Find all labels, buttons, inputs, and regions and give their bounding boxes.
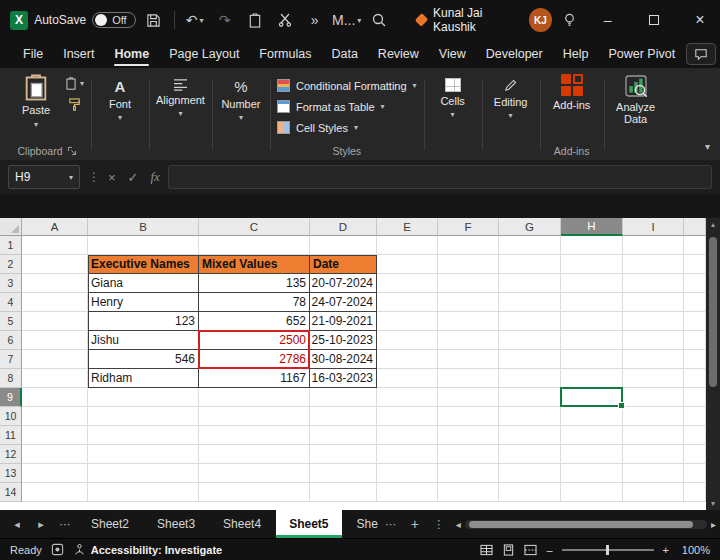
zoom-slider-handle[interactable] <box>606 545 609 555</box>
cell-B9[interactable] <box>88 388 199 407</box>
confirm-entry-button[interactable]: ✓ <box>128 170 139 185</box>
number-menu-button[interactable]: % Number ▾ <box>219 71 263 122</box>
cell-A3[interactable] <box>22 274 88 293</box>
vertical-scrollbar-thumb[interactable] <box>709 237 717 387</box>
cell-C12[interactable] <box>199 445 310 464</box>
name-box[interactable]: H9 ▾ <box>8 165 80 189</box>
cell-B11[interactable] <box>88 426 199 445</box>
row-header-11[interactable]: 11 <box>0 426 22 445</box>
cell-E8[interactable] <box>377 369 438 388</box>
cell-A4[interactable] <box>22 293 88 312</box>
autosave-control[interactable]: AutoSave Off <box>34 12 136 28</box>
cell-G8[interactable] <box>499 369 561 388</box>
whats-new-button[interactable] <box>558 7 582 33</box>
cell-G13[interactable] <box>499 464 561 483</box>
cell-F13[interactable] <box>438 464 499 483</box>
format-painter-button[interactable] <box>68 98 81 111</box>
insert-function-button[interactable]: fx <box>151 169 160 185</box>
cell-F1[interactable] <box>438 236 499 255</box>
cell-E5[interactable] <box>377 312 438 331</box>
cell-B4[interactable]: Henry <box>88 293 199 312</box>
cell-C13[interactable] <box>199 464 310 483</box>
cell-F14[interactable] <box>438 483 499 502</box>
cell-G7[interactable] <box>499 350 561 369</box>
scroll-up-icon[interactable]: ▴ <box>711 220 715 229</box>
cell-B10[interactable] <box>88 407 199 426</box>
cell-D7[interactable]: 30-08-2024 <box>310 350 377 369</box>
cell-E2[interactable] <box>377 255 438 274</box>
vertical-scrollbar[interactable]: ▴ ▾ <box>706 218 720 510</box>
cell-B6[interactable]: Jishu <box>88 331 199 350</box>
workbook-name-menu[interactable]: M... ▾ <box>333 7 361 33</box>
cell-F7[interactable] <box>438 350 499 369</box>
page-break-view-icon[interactable] <box>524 544 537 556</box>
cut-quick-button[interactable] <box>273 7 297 33</box>
row-header-1[interactable]: 1 <box>0 236 22 255</box>
cell-G1[interactable] <box>499 236 561 255</box>
tab-file[interactable]: File <box>14 42 52 66</box>
cell-H7[interactable] <box>561 350 623 369</box>
sheet-tab-sheet3[interactable]: Sheet3 <box>144 510 208 538</box>
cell-D13[interactable] <box>310 464 377 483</box>
alignment-menu-button[interactable]: Alignment ▾ <box>156 71 205 118</box>
column-header-G[interactable]: G <box>499 218 561 236</box>
font-menu-button[interactable]: A Font ▾ <box>98 71 142 122</box>
column-header-A[interactable]: A <box>22 218 88 236</box>
cancel-entry-button[interactable]: × <box>108 170 116 185</box>
cell-D5[interactable]: 21-09-2021 <box>310 312 377 331</box>
cell-B12[interactable] <box>88 445 199 464</box>
cell-C8[interactable]: 1167 <box>199 369 310 388</box>
cell-A1[interactable] <box>22 236 88 255</box>
cell-C3[interactable]: 135 <box>199 274 310 293</box>
all-sheets-icon[interactable]: ⋯ <box>54 518 76 531</box>
cell-E4[interactable] <box>377 293 438 312</box>
cell-H14[interactable] <box>561 483 623 502</box>
column-header-D[interactable]: D <box>310 218 377 236</box>
tab-home[interactable]: Home <box>105 42 158 66</box>
horizontal-scrollbar-thumb[interactable] <box>469 521 693 528</box>
tab-insert[interactable]: Insert <box>54 42 103 66</box>
cell-H12[interactable] <box>561 445 623 464</box>
search-button[interactable] <box>367 7 391 33</box>
tab-page-layout[interactable]: Page Layout <box>160 42 248 66</box>
cell-F12[interactable] <box>438 445 499 464</box>
name-box-resizer[interactable]: ⋮ <box>88 170 100 184</box>
cell-I7[interactable] <box>623 350 684 369</box>
scroll-right-icon[interactable]: ▸ <box>711 519 716 530</box>
cell-A11[interactable] <box>22 426 88 445</box>
more-sheets-icon[interactable]: ⋯ <box>380 518 402 531</box>
undo-button[interactable]: ↶▾ <box>183 7 207 33</box>
copy-button[interactable]: ▾ <box>65 77 84 90</box>
cell-B2[interactable]: Executive Names <box>88 255 199 274</box>
cell-B3[interactable]: Giana <box>88 274 199 293</box>
cell-B8[interactable]: Ridham <box>88 369 199 388</box>
cell-C4[interactable]: 78 <box>199 293 310 312</box>
cell-G5[interactable] <box>499 312 561 331</box>
row-header-3[interactable]: 3 <box>0 274 22 293</box>
cell-G6[interactable] <box>499 331 561 350</box>
sheet-tab-sheet5[interactable]: Sheet5 <box>276 510 341 538</box>
record-macro-icon[interactable] <box>51 543 64 556</box>
sheet-options-icon[interactable]: ⋮ <box>428 518 450 531</box>
row-header-6[interactable]: 6 <box>0 331 22 350</box>
horizontal-scrollbar-track[interactable] <box>465 520 707 529</box>
cells-menu-button[interactable]: Cells ▾ <box>431 71 475 119</box>
cell-H4[interactable] <box>561 293 623 312</box>
cell-I1[interactable] <box>623 236 684 255</box>
row-header-7[interactable]: 7 <box>0 350 22 369</box>
select-all-button[interactable] <box>0 218 22 236</box>
column-header-B[interactable]: B <box>88 218 199 236</box>
cell-E1[interactable] <box>377 236 438 255</box>
autosave-toggle[interactable]: Off <box>92 12 135 28</box>
cell-A13[interactable] <box>22 464 88 483</box>
row-header-12[interactable]: 12 <box>0 445 22 464</box>
cell-E6[interactable] <box>377 331 438 350</box>
cell-styles-button[interactable]: Cell Styles ▾ <box>277 117 417 138</box>
cell-E12[interactable] <box>377 445 438 464</box>
tab-power-pivot[interactable]: Power Pivot <box>599 42 684 66</box>
scroll-down-icon[interactable]: ▾ <box>711 499 715 508</box>
zoom-level[interactable]: 100% <box>678 544 710 556</box>
avatar[interactable]: KJ <box>529 8 551 32</box>
accessibility-checker[interactable]: Accessibility: Investigate <box>73 543 222 556</box>
cell-B1[interactable] <box>88 236 199 255</box>
